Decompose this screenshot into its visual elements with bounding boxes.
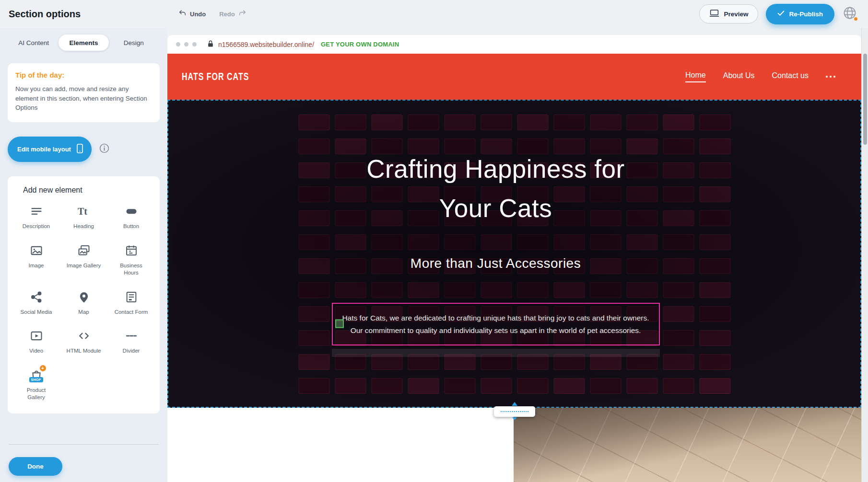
element-business-hours[interactable]: Business Hours [107, 242, 155, 276]
tab-elements[interactable]: Elements [59, 34, 108, 51]
section-height-resize-handle[interactable] [494, 402, 535, 420]
preview-label: Preview [724, 11, 748, 18]
image-gallery-icon [76, 242, 92, 259]
arrow-down-icon [512, 417, 517, 420]
divider-icon [123, 328, 140, 344]
element-video[interactable]: Video [12, 328, 60, 355]
page-scrollbar[interactable] [861, 28, 868, 482]
element-placeholder-bar [332, 349, 660, 357]
redo-button[interactable]: Redo [219, 9, 246, 19]
next-section-white-area[interactable] [167, 408, 514, 482]
element-image[interactable]: Image [12, 242, 60, 276]
hero-content: Crafting Happiness for Your Cats More th… [167, 100, 861, 408]
code-icon [76, 328, 92, 344]
get-domain-link[interactable]: GET YOUR OWN DOMAIN [321, 41, 399, 48]
button-icon [123, 203, 140, 219]
site-nav: Home About Us Contact us [685, 71, 835, 82]
add-new-element-panel: Add new element Description Tt Heading B… [8, 176, 160, 414]
resize-handle-left[interactable] [335, 319, 344, 328]
tip-of-the-day-card: Tip of the day: Now you can add, move an… [8, 63, 160, 122]
product-gallery-icon: + SHOP [28, 367, 45, 383]
hero-subheading[interactable]: More than Just Accessories [411, 256, 581, 271]
monitor-icon [709, 9, 719, 19]
history-controls: Undo Redo [178, 0, 246, 28]
shop-badge: SHOP [29, 377, 43, 382]
contact-form-icon [123, 289, 140, 305]
hero-section-selected[interactable]: Crafting Happiness for Your Cats More th… [167, 100, 861, 408]
sidebar-divider [9, 444, 159, 445]
svg-text:Tt: Tt [78, 206, 87, 217]
element-divider[interactable]: Divider [107, 328, 155, 355]
element-image-gallery[interactable]: Image Gallery [60, 242, 107, 276]
map-pin-icon [76, 289, 92, 305]
scrollbar-thumb[interactable] [863, 54, 867, 145]
tip-title: Tip of the day: [15, 71, 152, 79]
page-title: Section options [9, 9, 81, 20]
language-globe-button[interactable] [842, 6, 857, 22]
element-map[interactable]: Map [60, 289, 107, 316]
element-grid: Description Tt Heading Button Image [12, 203, 155, 402]
check-icon [777, 10, 785, 18]
topbar-actions: Preview Re-Publish [699, 0, 857, 28]
republish-label: Re-Publish [789, 11, 823, 18]
element-contact-form[interactable]: Contact Form [107, 289, 155, 316]
topbar: Section options Undo Redo Preview Re-P [0, 0, 868, 28]
site-url: n1566589.websitebuilder.online/ [218, 41, 314, 48]
undo-label: Undo [190, 11, 206, 18]
business-hours-icon [123, 242, 140, 259]
element-html-module[interactable]: HTML Module [60, 328, 107, 355]
tip-body: Now you can add, move and resize any ele… [15, 84, 152, 113]
edit-mobile-layout-button[interactable]: Edit mobile layout [8, 137, 92, 162]
pavement-photo[interactable] [514, 408, 861, 482]
site-preview-stage: n1566589.websitebuilder.online/ GET YOUR… [167, 28, 861, 482]
tab-ai-content[interactable]: AI Content [9, 34, 59, 51]
element-heading[interactable]: Tt Heading [60, 203, 107, 230]
redo-label: Redo [219, 11, 235, 18]
done-button[interactable]: Done [9, 457, 62, 476]
element-social-media[interactable]: Social Media [12, 289, 60, 316]
sidebar-tabs: AI Content Elements Design [9, 34, 159, 51]
element-description[interactable]: Description [12, 203, 60, 230]
heading-icon: Tt [76, 203, 92, 219]
add-element-title: Add new element [23, 186, 155, 195]
section-options-sidebar: AI Content Elements Design Tip of the da… [0, 28, 167, 482]
republish-button[interactable]: Re-Publish [766, 4, 834, 24]
edit-mobile-label: Edit mobile layout [17, 146, 71, 153]
hero-paragraph-selected[interactable]: Hats for Cats, we are dedicated to craft… [332, 303, 660, 345]
image-icon [28, 242, 45, 259]
notification-dot [854, 17, 857, 21]
nav-about-us[interactable]: About Us [723, 71, 755, 82]
info-icon[interactable] [99, 143, 109, 155]
video-icon [28, 328, 45, 344]
hero-heading[interactable]: Crafting Happiness for Your Cats [366, 149, 624, 228]
nav-contact-us[interactable]: Contact us [772, 71, 809, 82]
preview-button[interactable]: Preview [699, 4, 758, 23]
undo-icon [178, 9, 187, 19]
site-header: HATS FOR CATS Home About Us Contact us [167, 54, 861, 100]
element-product-gallery[interactable]: + SHOP Product Gallery [12, 367, 60, 401]
drag-pill [494, 406, 535, 417]
nav-home[interactable]: Home [685, 71, 706, 82]
site-logo[interactable]: HATS FOR CATS [182, 71, 249, 82]
tab-design[interactable]: Design [109, 34, 159, 51]
undo-button[interactable]: Undo [178, 9, 206, 19]
lock-icon [207, 40, 214, 49]
plus-badge-icon: + [40, 365, 46, 371]
browser-chrome-bar: n1566589.websitebuilder.online/ GET YOUR… [167, 35, 861, 54]
nav-more-icon[interactable] [826, 76, 835, 78]
element-button[interactable]: Button [107, 203, 155, 230]
description-icon [28, 203, 45, 219]
window-controls [176, 42, 197, 46]
redo-icon [238, 9, 246, 19]
phone-icon [77, 144, 83, 155]
social-media-icon [28, 289, 45, 305]
arrow-up-icon [512, 402, 517, 406]
